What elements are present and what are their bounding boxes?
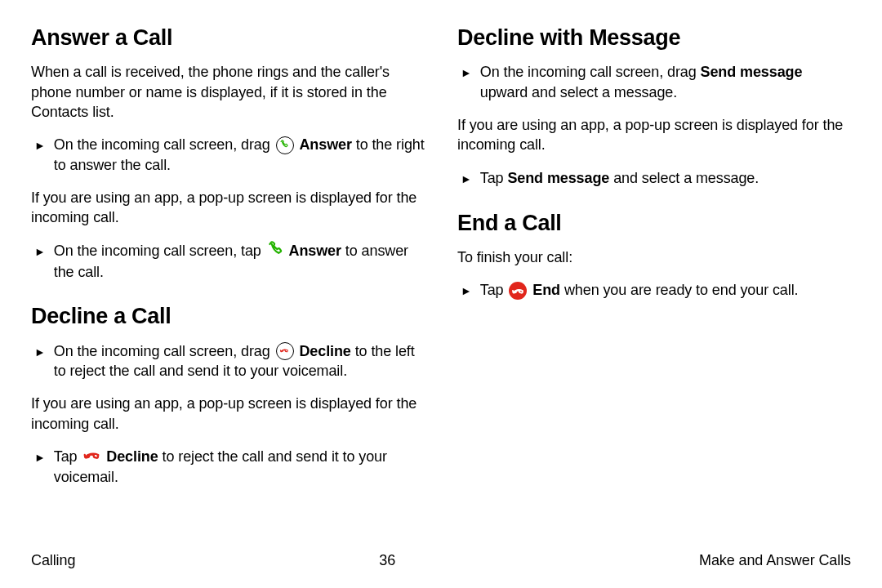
decline-phone-icon bbox=[82, 447, 100, 466]
end-call-icon bbox=[509, 282, 527, 300]
answer-bold: Answer bbox=[289, 243, 341, 259]
step-answer-tap: ► On the incoming call screen, tap Answe… bbox=[31, 241, 425, 283]
popup-note-text: If you are using an app, a pop-up screen… bbox=[31, 394, 425, 434]
popup-note-text: If you are using an app, a pop-up screen… bbox=[31, 188, 425, 228]
answer-circle-icon bbox=[276, 136, 294, 154]
bullet-arrow-icon: ► bbox=[34, 447, 46, 467]
bullet-arrow-icon: ► bbox=[34, 241, 46, 261]
footer-section: Calling bbox=[31, 550, 75, 570]
page-footer: Calling 36 Make and Answer Calls bbox=[31, 550, 851, 570]
step-text: to reject the call and send it to your v… bbox=[54, 448, 387, 485]
left-column: Answer a Call When a call is received, t… bbox=[31, 23, 425, 537]
step-text: Tap bbox=[480, 170, 508, 186]
step-decline-tap: ► Tap Decline to reject the call and sen… bbox=[31, 447, 425, 488]
bullet-arrow-icon: ► bbox=[34, 135, 46, 155]
decline-bold: Decline bbox=[299, 343, 350, 359]
answer-intro-text: When a call is received, the phone rings… bbox=[31, 62, 425, 122]
step-text: when you are ready to end your call. bbox=[564, 282, 799, 298]
step-answer-drag: ► On the incoming call screen, drag Answ… bbox=[31, 135, 425, 175]
step-text: upward and select a message. bbox=[480, 84, 677, 100]
popup-note-text: If you are using an app, a pop-up screen… bbox=[457, 115, 851, 155]
bullet-arrow-icon: ► bbox=[461, 280, 472, 301]
heading-decline-message: Decline with Message bbox=[457, 23, 851, 52]
right-column: Decline with Message ► On the incoming c… bbox=[457, 23, 851, 537]
decline-bold: Decline bbox=[106, 448, 158, 465]
step-sendmsg-drag: ► On the incoming call screen, drag Send… bbox=[457, 62, 851, 102]
step-text: Tap bbox=[480, 282, 508, 298]
end-bold: End bbox=[532, 282, 560, 298]
bullet-arrow-icon: ► bbox=[34, 341, 46, 362]
sendmsg-bold: Send message bbox=[701, 64, 803, 80]
step-end-tap: ► Tap End when you are ready to end your… bbox=[457, 280, 851, 301]
step-text: On the incoming call screen, drag bbox=[54, 136, 274, 153]
step-text: Tap bbox=[54, 448, 82, 465]
step-text: On the incoming call screen, tap bbox=[54, 243, 265, 259]
bullet-arrow-icon: ► bbox=[461, 168, 472, 189]
answer-bold: Answer bbox=[299, 136, 351, 153]
answer-phone-icon bbox=[267, 240, 283, 261]
step-text: and select a message. bbox=[613, 170, 759, 186]
end-intro-text: To finish your call: bbox=[457, 247, 851, 267]
step-decline-drag: ► On the incoming call screen, drag Decl… bbox=[31, 341, 425, 381]
heading-answer-call: Answer a Call bbox=[31, 23, 425, 52]
bullet-arrow-icon: ► bbox=[461, 62, 472, 82]
content-columns: Answer a Call When a call is received, t… bbox=[31, 23, 851, 537]
heading-end-call: End a Call bbox=[457, 208, 851, 238]
sendmsg-bold: Send message bbox=[507, 170, 609, 186]
step-text: On the incoming call screen, drag bbox=[54, 343, 274, 359]
page-number: 36 bbox=[379, 550, 395, 570]
step-sendmsg-tap: ► Tap Send message and select a message. bbox=[457, 168, 851, 189]
step-text: On the incoming call screen, drag bbox=[480, 64, 701, 80]
decline-circle-icon bbox=[276, 342, 294, 360]
heading-decline-call: Decline a Call bbox=[31, 301, 425, 331]
footer-topic: Make and Answer Calls bbox=[699, 550, 851, 570]
